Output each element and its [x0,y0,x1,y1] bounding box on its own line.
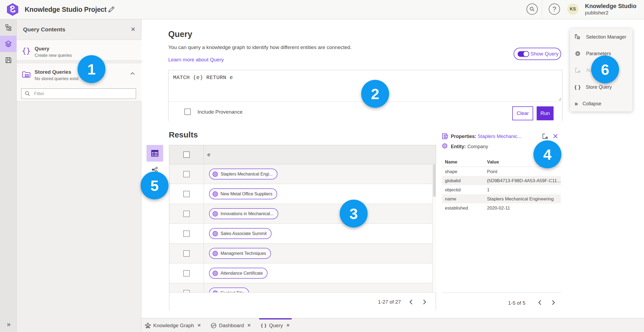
results-table-header: e [169,145,436,164]
close-tab-icon[interactable]: ✕ [197,323,201,328]
double-chevron-right-icon: » [7,320,10,328]
table-view-button-active[interactable] [147,145,163,162]
entity-point-icon [213,211,218,217]
properties-entity-link[interactable]: Staplers Mechanic... [478,134,521,139]
table-row[interactable]: Firebird Title [169,283,432,292]
property-name: shape [445,169,457,174]
rail-item-save[interactable] [0,52,17,68]
column-divider [204,244,204,263]
property-name: objectid [445,187,461,193]
entity-point-icon [213,251,218,256]
entity-chip[interactable]: Sales Associate Summit [209,228,272,239]
property-row[interactable]: objectid 1 [442,185,561,194]
column-divider [204,263,204,283]
table-row[interactable]: Innovations in Mechanical... [169,204,432,224]
next-page-button[interactable] [421,299,428,305]
clear-button[interactable]: Clear [512,106,533,120]
table-row[interactable]: Staplers Mechanical Engi... [169,164,432,184]
property-value: Staplers Mechanical Engineering [487,196,554,202]
row-checkbox[interactable] [183,191,190,197]
property-value: {5D9B4713-F98D-4A53-A59F-C11... [487,178,561,184]
row-checkbox[interactable] [183,270,190,277]
avatar[interactable]: KS [567,3,579,15]
query-item-subtitle: Create new queries [35,53,72,58]
run-button[interactable]: Run [537,106,554,120]
chevron-up-icon[interactable] [130,72,135,75]
close-tab-icon[interactable]: ✕ [286,323,290,328]
learn-more-link[interactable]: Learn more about Query [168,57,224,63]
select-all-checkbox[interactable] [183,151,190,158]
rail-item-link-chart[interactable] [0,19,17,36]
tab-dashboard[interactable]: Dashboard ✕ [209,319,252,332]
app-title: Knowledge Studio Project [25,0,107,19]
braces-icon: { } [261,323,267,328]
rail-item-layers-active[interactable] [0,36,17,52]
add-to-map-icon[interactable] [542,133,548,140]
show-query-label: Show Query [530,51,559,57]
row-checkbox[interactable] [183,250,190,257]
tab-query-active[interactable]: { } Query ✕ [259,319,292,332]
properties-page-label: 1-5 of 5 [508,300,525,306]
selection-manager-item[interactable]: Selection Manager [570,29,632,45]
toggle-track[interactable] [518,51,529,57]
entity-label: Entity: [451,144,466,150]
entity-chip[interactable]: New Metal Office Suppliers [209,188,277,199]
properties-popup-icon [442,133,448,139]
query-list-item[interactable]: Query Create new queries [17,40,141,61]
results-scrollbar[interactable] [432,164,436,292]
properties-title: Properties: [451,134,476,139]
row-checkbox[interactable] [183,290,190,292]
dashboard-icon [211,323,217,329]
properties-next-page-button[interactable] [550,299,557,306]
row-checkbox[interactable] [183,211,190,217]
filter-search-icon [25,91,30,96]
expand-rail-button[interactable]: » [0,320,17,328]
table-row[interactable]: Sales Associate Summit [169,224,432,244]
edit-title-icon[interactable] [108,6,115,13]
column-divider [204,283,204,292]
include-provenance-checkbox[interactable] [184,109,191,115]
table-row[interactable]: New Metal Office Suppliers [169,184,432,204]
entity-chip[interactable]: Attendance Certificate [209,268,268,279]
app-header: Knowledge Studio Project ? KS Knowledge … [0,0,644,19]
close-properties-icon[interactable] [553,134,558,139]
table-row[interactable]: Attendance Certificate [169,263,432,283]
tab-knowledge-graph[interactable]: Knowledge Graph ✕ [143,319,203,332]
resize-handle-icon[interactable] [558,98,561,101]
show-query-toggle[interactable]: Show Query [514,48,561,60]
properties-previous-page-button[interactable] [536,299,543,306]
search-icon [529,6,535,12]
previous-page-button[interactable] [407,299,414,305]
knowledge-graph-icon [145,323,151,329]
store-query-label: Store Query [586,84,612,90]
row-checkbox[interactable] [183,171,190,177]
entity-chip[interactable]: Staplers Mechanical Engi... [209,169,277,180]
main-content: Query You can query a knowledge graph to… [141,19,644,318]
entity-chip[interactable]: Innovations in Mechanical... [209,208,278,219]
knowledge-studio-logo-icon [7,3,18,16]
table-row[interactable]: Managment Techniques [169,244,432,263]
properties-pagination: 1-5 of 5 [442,298,564,309]
row-checkbox[interactable] [183,230,190,237]
entity-chip-label: Attendance Certificate [221,271,263,276]
property-row[interactable]: name Staplers Mechanical Engineering [442,194,561,203]
column-header-e: e [207,152,210,158]
callout-3: 3 [340,200,368,227]
entity-chip[interactable]: Firebird Title [209,288,249,292]
property-row[interactable]: globalid {5D9B4713-F98D-4A53-A59F-C11... [442,176,561,185]
help-icon: ? [552,5,556,13]
filter-input[interactable] [34,91,131,96]
close-panel-button[interactable]: ✕ [130,26,136,33]
collapse-item[interactable]: » Collapse [570,95,632,112]
close-tab-icon[interactable]: ✕ [247,323,251,328]
entity-chip-label: Sales Associate Summit [221,231,267,236]
results-pagination: 1-27 of 27 [169,292,436,311]
query-description: You can query a knowledge graph to ident… [168,44,352,50]
entity-chip[interactable]: Managment Techniques [209,248,271,259]
entity-point-icon [213,171,218,177]
search-button[interactable] [526,3,538,15]
help-button[interactable]: ? [549,3,560,15]
property-row[interactable]: shape Point [442,167,561,176]
property-row[interactable]: established 2020-02-11 [442,203,561,212]
scrollbar-thumb[interactable] [433,164,436,197]
